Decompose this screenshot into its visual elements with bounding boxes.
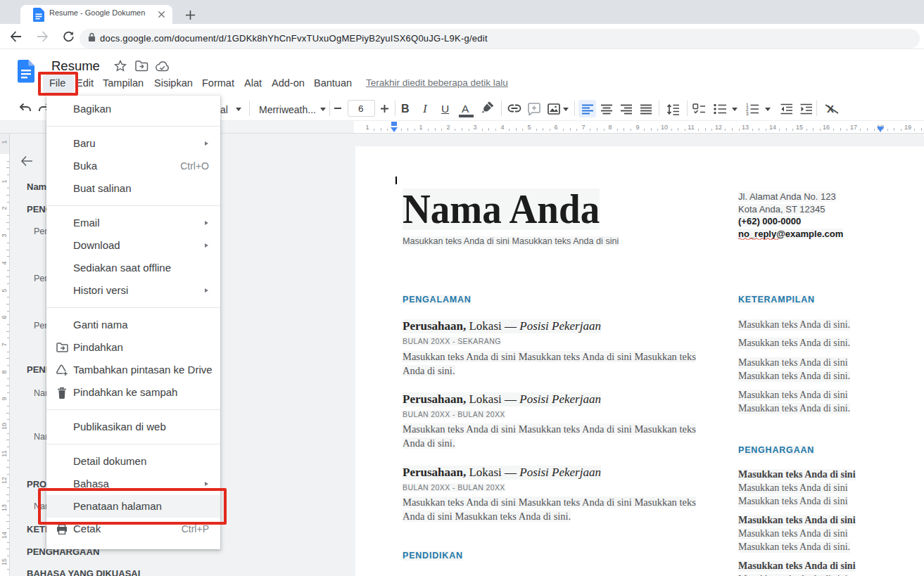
svg-text:3: 3 (746, 111, 749, 115)
